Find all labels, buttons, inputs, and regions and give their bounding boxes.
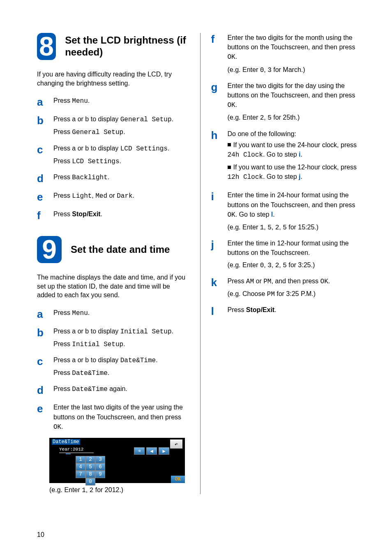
text: Press <box>53 173 72 180</box>
step-8b: b Press a or b to display General Setup.… <box>37 114 189 137</box>
menu-label: 12h Clock <box>228 173 263 181</box>
text: . <box>120 157 121 164</box>
digit: 3 <box>267 262 272 269</box>
menu-label: Date&Time <box>120 357 156 364</box>
text: for 2012.) <box>93 486 123 493</box>
backspace-icon: ⌫ <box>134 447 145 455</box>
menu-label: OK <box>228 102 235 109</box>
text: . <box>108 369 109 376</box>
text: . <box>156 356 157 363</box>
step-letter: c <box>37 355 53 378</box>
text: , <box>279 261 283 268</box>
section-8-title: Set the LCD brightness (if needed) <box>65 35 189 58</box>
text: . <box>172 116 173 123</box>
stop-exit-label: Stop/Exit <box>72 210 100 217</box>
step-9h: h Do one of the following: If you want t… <box>211 129 364 185</box>
option-24h: If you want to use the 24-hour clock, pr… <box>228 140 364 160</box>
digit: 1 <box>260 224 264 231</box>
section-8-intro: If you are having difficulty reading the… <box>37 70 189 88</box>
menu-label: OK <box>321 278 328 285</box>
text: Press <box>53 369 72 376</box>
menu-label: LCD Settings <box>120 145 168 153</box>
menu-label: Menu <box>72 97 88 105</box>
text: Press <box>53 210 72 217</box>
text: Press a or b to display <box>53 145 120 152</box>
text: . <box>273 211 274 218</box>
text: Press <box>53 385 72 392</box>
text: . <box>328 278 330 284</box>
text: If you want to use the 12-hour clock, pr… <box>233 164 357 171</box>
menu-label: Date&Time <box>72 370 107 377</box>
step-9d: d Press Date&Time again. <box>37 384 189 397</box>
text: for 3:25.) <box>287 261 315 268</box>
text: for 3:25 P.M.) <box>275 290 316 297</box>
text: . <box>108 173 109 180</box>
step-letter: a <box>37 96 53 109</box>
step-letter: h <box>211 129 228 185</box>
text: Press <box>53 128 72 135</box>
text: (e.g. Enter <box>228 224 260 231</box>
step-9e-example: (e.g. Enter 1, 2 for 2012.) <box>49 486 189 494</box>
right-arrow-icon: ▶ <box>159 447 169 455</box>
text: Enter the time in 24-hour format using t… <box>228 192 355 208</box>
text: Press <box>53 309 72 316</box>
page-number: 10 <box>37 531 44 539</box>
text: , <box>272 224 275 231</box>
digit: 3 <box>267 67 272 74</box>
left-arrow-icon: ◀ <box>146 447 157 455</box>
menu-label: Date&Time <box>72 386 107 393</box>
text: Press <box>228 306 246 313</box>
lcd-underline <box>59 453 94 453</box>
step-9k: k Press AM or PM, and then press OK. (e.… <box>211 276 364 299</box>
section-9-number: 9 <box>37 236 62 263</box>
lcd-toolbar: ⌫ ◀ ▶ <box>134 447 169 455</box>
step-letter: c <box>37 143 53 166</box>
digit: 5 <box>267 224 272 231</box>
section-8-number: 8 <box>37 33 56 60</box>
step-letter: e <box>37 191 53 204</box>
digit: 0 <box>260 262 264 269</box>
text: for 15:25.) <box>287 224 318 231</box>
text: for 25th.) <box>272 114 300 121</box>
step-9j: j Enter the time in 12-hour format using… <box>211 238 364 271</box>
text: , and then press <box>271 278 320 284</box>
text: . Go to step <box>263 151 299 158</box>
digit: 1 <box>82 487 86 494</box>
menu-label: Light <box>72 192 92 200</box>
digit: 2 <box>275 224 279 231</box>
text: . <box>235 101 237 108</box>
digit: 0 <box>260 67 264 74</box>
menu-label: 24h Clock <box>228 151 263 159</box>
menu-label: General Setup <box>120 116 172 123</box>
square-bullet-icon <box>228 143 231 146</box>
step-8e: e Press Light, Med or Dark. <box>37 191 189 204</box>
step-letter: a <box>37 308 53 321</box>
section-8-head: 8 Set the LCD brightness (if needed) <box>37 33 189 60</box>
text: . <box>168 145 169 152</box>
step-letter: k <box>211 276 228 299</box>
step-9b: b Press a or b to display Initial Setup.… <box>37 326 189 349</box>
step-letter: g <box>211 81 228 123</box>
text: . <box>274 306 276 313</box>
step-letter: j <box>211 238 228 271</box>
text: , <box>272 261 275 268</box>
step-9g: g Enter the two digits for the day using… <box>211 81 364 123</box>
back-icon: ↶ <box>170 439 182 449</box>
text: . Go to step <box>263 173 299 180</box>
text: . <box>172 328 173 335</box>
text: Do one of the following: <box>228 130 296 137</box>
text: If you want to use the 24-hour clock, pr… <box>233 141 357 148</box>
lcd-screenshot: Date&Time Year:2012 ⌫ ◀ ▶ ↶ 123 456 789 … <box>49 438 185 483</box>
lcd-year: Year:2012 <box>59 447 83 452</box>
text: Press a or b to display <box>53 356 120 363</box>
text: Press <box>53 340 72 347</box>
text: . <box>88 309 90 316</box>
menu-label: PM <box>263 278 271 285</box>
lcd-cursor <box>66 453 71 454</box>
text: for March.) <box>272 66 305 73</box>
text: (e.g. Enter <box>228 261 260 268</box>
text: or <box>254 278 263 284</box>
right-column: f Enter the two digits for the month usi… <box>211 33 364 494</box>
text: , <box>264 114 267 121</box>
step-8d: d Press Backlight. <box>37 172 189 185</box>
